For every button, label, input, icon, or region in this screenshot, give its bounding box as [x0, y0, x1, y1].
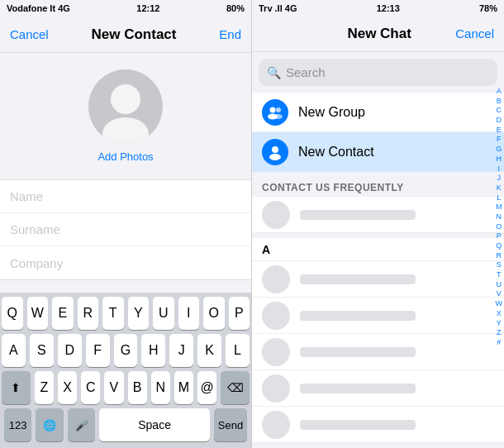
alpha-letter-U[interactable]: U [497, 280, 502, 290]
battery-right: 78% [479, 3, 497, 13]
contact-a-4[interactable] [252, 370, 504, 407]
key-x[interactable]: X [58, 371, 77, 404]
contact-name-a2 [300, 311, 416, 321]
alpha-letter-J[interactable]: J [497, 174, 502, 183]
key-g[interactable]: G [114, 334, 138, 367]
time-right: 12:13 [377, 3, 400, 13]
alpha-letter-Z[interactable]: Z [497, 328, 502, 338]
alpha-letter-L[interactable]: L [497, 193, 501, 203]
key-i[interactable]: I [178, 297, 200, 330]
surname-field-row [0, 213, 251, 246]
key-l[interactable]: L [226, 334, 250, 367]
key-q[interactable]: Q [2, 297, 23, 330]
search-bar[interactable]: 🔍 [259, 59, 497, 86]
svg-point-6 [272, 146, 278, 153]
key-shift[interactable]: ⬆ [2, 371, 31, 404]
alpha-letter-B[interactable]: B [497, 97, 502, 107]
alpha-letter-D[interactable]: D [497, 116, 502, 126]
key-r[interactable]: R [78, 297, 99, 330]
contact-avatar-a5 [262, 411, 290, 439]
key-e[interactable]: E [52, 297, 74, 330]
keyboard: Q W E R T Y U I O P A S D F G H J K L ⬆ … [0, 293, 251, 448]
new-group-item[interactable]: New Group [252, 93, 504, 132]
alpha-letter-#[interactable]: # [497, 338, 501, 348]
key-mic[interactable]: 🎤 [68, 408, 95, 441]
key-d[interactable]: D [58, 334, 82, 367]
alpha-letter-K[interactable]: K [497, 183, 502, 193]
alpha-letter-F[interactable]: F [497, 135, 502, 145]
new-group-label: New Group [298, 105, 365, 120]
key-o[interactable]: O [203, 297, 225, 330]
frequent-name-1 [300, 210, 416, 220]
key-y[interactable]: Y [128, 297, 150, 330]
frequent-avatar-1 [262, 201, 290, 229]
alpha-letter-G[interactable]: G [496, 145, 502, 155]
surname-input[interactable] [10, 222, 241, 236]
alpha-letter-Y[interactable]: Y [497, 319, 502, 329]
key-space[interactable]: Space [99, 408, 210, 441]
key-k[interactable]: K [197, 334, 221, 367]
add-photos-button[interactable]: Add Photos [97, 150, 153, 163]
alpha-letter-N[interactable]: N [497, 212, 502, 222]
contact-avatar-a2 [262, 302, 290, 330]
alpha-letter-T[interactable]: T [497, 270, 502, 280]
alpha-letter-S[interactable]: S [497, 260, 502, 270]
alpha-letter-X[interactable]: X [497, 309, 502, 319]
key-w[interactable]: W [27, 297, 49, 330]
contact-a-2[interactable] [252, 298, 504, 334]
new-contact-item[interactable]: New Contact [252, 132, 504, 172]
alpha-letter-H[interactable]: H [497, 155, 502, 164]
alpha-letter-R[interactable]: R [497, 251, 502, 261]
key-backspace[interactable]: ⌫ [221, 371, 250, 404]
svg-point-0 [111, 84, 140, 114]
key-n[interactable]: N [151, 371, 170, 404]
svg-point-2 [270, 107, 276, 112]
alpha-letter-M[interactable]: M [496, 203, 502, 212]
key-emoji[interactable]: 🌐 [36, 408, 63, 441]
carrier-right: Trv .Il 4G [259, 3, 297, 13]
right-panel: Trv .Il 4G 12:13 78% New Chat Cancel 🔍 N… [252, 0, 504, 448]
alpha-letter-V[interactable]: V [497, 289, 502, 299]
key-a[interactable]: A [2, 334, 26, 367]
search-input[interactable] [286, 65, 489, 79]
avatar[interactable] [88, 69, 163, 144]
right-panel-wrapper: Trv .Il 4G 12:13 78% New Chat Cancel 🔍 N… [252, 0, 504, 448]
alpha-index[interactable]: ABCDEFGHIJKLMNOPQRSTUVWXYZ# [496, 87, 503, 348]
svg-point-7 [269, 154, 281, 160]
alpha-letter-A[interactable]: A [497, 87, 502, 97]
key-p[interactable]: P [229, 297, 250, 330]
contact-a-3[interactable] [252, 334, 504, 370]
alpha-letter-O[interactable]: O [496, 222, 502, 232]
alpha-letter-P[interactable]: P [497, 231, 502, 241]
alpha-letter-W[interactable]: W [496, 299, 503, 309]
key-h[interactable]: H [141, 334, 165, 367]
contact-a-5[interactable] [252, 407, 504, 443]
keyboard-row-1: Q W E R T Y U I O P [0, 293, 251, 330]
key-b[interactable]: B [128, 371, 147, 404]
key-j[interactable]: J [169, 334, 193, 367]
cancel-button[interactable]: Cancel [10, 27, 49, 41]
section-a-header: A [252, 238, 504, 261]
contact-a-1[interactable] [252, 261, 504, 298]
svg-point-3 [276, 107, 281, 112]
alpha-letter-C[interactable]: C [497, 106, 502, 116]
key-at[interactable]: @ [197, 371, 216, 404]
key-f[interactable]: F [86, 334, 110, 367]
key-c[interactable]: C [81, 371, 100, 404]
key-v[interactable]: V [104, 371, 123, 404]
alpha-letter-Q[interactable]: Q [496, 241, 502, 251]
company-input[interactable] [10, 256, 241, 270]
alpha-letter-I[interactable]: I [497, 164, 500, 174]
end-button[interactable]: End [219, 27, 241, 41]
name-input[interactable] [10, 189, 241, 203]
key-s[interactable]: S [30, 334, 54, 367]
frequent-contact-1[interactable] [252, 197, 504, 233]
key-t[interactable]: T [102, 297, 124, 330]
key-send[interactable]: Send [214, 408, 247, 441]
cancel-chat-button[interactable]: Cancel [455, 26, 494, 41]
key-z[interactable]: Z [35, 371, 54, 404]
key-u[interactable]: U [153, 297, 174, 330]
key-m[interactable]: M [174, 371, 193, 404]
alpha-letter-E[interactable]: E [497, 126, 502, 136]
key-numbers[interactable]: 123 [4, 408, 31, 441]
